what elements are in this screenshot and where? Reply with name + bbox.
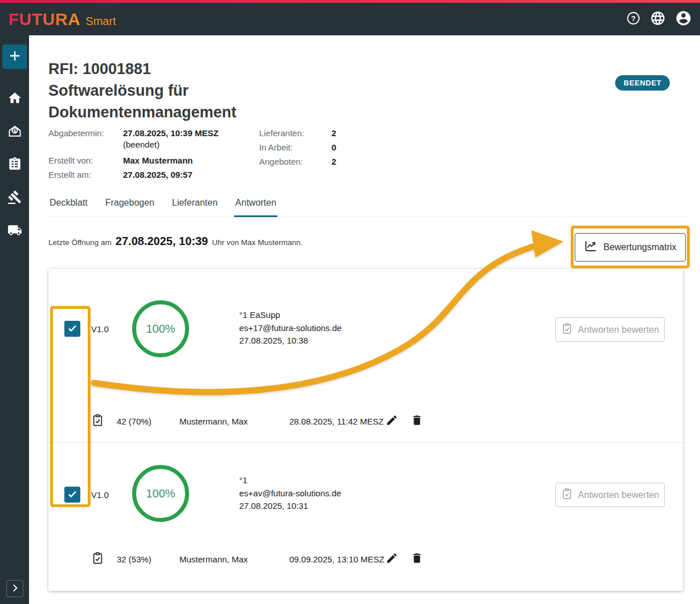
delete-rating-button[interactable] xyxy=(410,551,424,568)
meta-label: In Arbeit: xyxy=(259,142,331,152)
svg-text:?: ? xyxy=(631,14,636,23)
tab-fragebogen[interactable]: Fragebogen xyxy=(104,197,155,217)
supplier-info: °1 es+av@futura-solutions.de 27.08.2025,… xyxy=(239,474,341,513)
row-divider xyxy=(48,442,683,443)
edit-rating-button[interactable] xyxy=(384,551,399,568)
supplier-name: °1 EaSupp xyxy=(239,309,342,322)
antworten-bewerten-label: Antworten bewerten xyxy=(578,325,659,335)
clipboard-list-icon xyxy=(7,157,22,173)
globe-icon xyxy=(650,10,666,28)
sidebar-item-questionnaires[interactable] xyxy=(7,157,22,173)
rating-author: Mustermann, Max xyxy=(179,554,248,564)
progress-value: 100% xyxy=(146,487,175,500)
clipboard-check-icon xyxy=(561,488,573,502)
appbar-icons: ? xyxy=(625,9,693,30)
last-opened-line: Letzte Öffnung am 27.08.2025, 10:39 Uhr … xyxy=(48,235,302,248)
meta-value: Max Mustermann xyxy=(123,156,193,165)
clipboard-check-icon xyxy=(91,414,104,428)
supplier-submitted-date: 27.08.2025, 10:38 xyxy=(239,334,342,348)
trash-icon xyxy=(411,552,423,566)
supplier-name: °1 xyxy=(239,474,341,487)
brand-name: FUTURA xyxy=(9,10,80,29)
rating-date: 28.08.2025, 11:42 MESZ xyxy=(289,417,384,426)
tab-deckblatt[interactable]: Deckblatt xyxy=(48,197,89,217)
brand-suffix: Smart xyxy=(85,15,116,28)
edit-rating-button[interactable] xyxy=(384,413,399,430)
create-new-button[interactable] xyxy=(2,44,27,69)
meta-value: 27.08.2025, 10:39 MESZ (beendet) xyxy=(123,128,219,151)
bewertungsmatrix-button[interactable]: Bewertungsmatrix xyxy=(575,233,685,262)
rating-score: 32 (53%) xyxy=(117,554,152,564)
progress-value: 100% xyxy=(146,323,175,336)
pencil-icon xyxy=(386,414,398,428)
meta-label: Lieferanten: xyxy=(259,128,331,138)
delete-rating-button[interactable] xyxy=(410,413,424,430)
meta-value: 2 xyxy=(331,157,336,166)
app-root: FUTURA Smart ? xyxy=(0,0,700,604)
plus-icon xyxy=(7,48,22,65)
annotation-highlight-matrix: Bewertungsmatrix xyxy=(571,226,690,268)
brand-logo: FUTURA Smart xyxy=(9,10,116,29)
help-button[interactable]: ? xyxy=(625,10,642,28)
meta-block-right: Lieferanten: 2 In Arbeit: 0 Angeboten: 2 xyxy=(259,128,336,171)
meta-label: Abgabetermin: xyxy=(48,128,123,151)
main-content: RFI: 10001881 Softwarelösung für Dokumen… xyxy=(29,35,700,604)
last-opened-prefix: Letzte Öffnung am xyxy=(48,238,112,247)
version-label: V1.0 xyxy=(91,324,109,334)
version-label: V1.0 xyxy=(91,490,109,500)
sidebar-nav: $ xyxy=(7,91,22,239)
account-button[interactable] xyxy=(674,9,693,30)
meta-block-left: Abgabetermin: 27.08.2025, 10:39 MESZ (be… xyxy=(48,128,219,184)
progress-ring: 100% xyxy=(132,300,189,357)
clipboard-check-icon xyxy=(91,552,104,566)
clipboard-check-icon xyxy=(561,323,573,337)
page-title-line: RFI: 10001881 xyxy=(48,58,367,80)
supplier-submitted-date: 27.08.2025, 10:31 xyxy=(239,500,341,513)
sidebar-item-home[interactable] xyxy=(7,91,22,107)
rating-row: 32 (53%) Mustermann, Max 09.09.2025, 13:… xyxy=(48,551,683,567)
meta-row: Lieferanten: 2 xyxy=(259,128,336,138)
svg-text:$: $ xyxy=(13,128,16,133)
supplier-info: °1 EaSupp es+17@futura-solutions.de 27.0… xyxy=(239,309,342,348)
tab-bar: Deckblatt Fragebogen Lieferanten Antwort… xyxy=(48,197,689,217)
tab-lieferanten[interactable]: Lieferanten xyxy=(171,197,219,217)
supplier-email: es+av@futura-solutions.de xyxy=(239,487,341,500)
account-icon xyxy=(675,10,692,28)
sidebar-expand-button[interactable] xyxy=(6,580,23,597)
antworten-bewerten-button[interactable]: Antworten bewerten xyxy=(555,317,665,342)
last-opened-suffix: Uhr von Max Mustermann. xyxy=(212,238,302,247)
language-button[interactable] xyxy=(649,9,667,29)
gavel-icon xyxy=(7,190,22,206)
meta-row: Abgabetermin: 27.08.2025, 10:39 MESZ (be… xyxy=(48,128,219,151)
status-badge: BEENDET xyxy=(615,75,670,91)
meta-label: Angeboten: xyxy=(259,157,331,166)
sidebar-item-offers[interactable]: $ xyxy=(7,124,22,140)
bewertungsmatrix-label: Bewertungsmatrix xyxy=(603,242,676,252)
antworten-bewerten-button[interactable]: Antworten bewerten xyxy=(555,483,665,507)
annotation-highlight-checkboxes xyxy=(50,306,91,507)
truck-icon xyxy=(7,223,22,239)
answers-card: V1.0 100% °1 EaSupp es+17@futura-solutio… xyxy=(48,269,683,591)
meta-label: Erstellt am: xyxy=(48,170,123,179)
page-title-line: Dokumentenmanagement xyxy=(48,101,367,123)
trash-icon xyxy=(411,414,423,428)
page-title: RFI: 10001881 Softwarelösung für Dokumen… xyxy=(48,58,367,123)
help-icon: ? xyxy=(626,11,641,27)
last-opened-datetime: 27.08.2025, 10:39 xyxy=(116,235,208,248)
chevron-right-icon xyxy=(10,583,20,595)
tab-antworten[interactable]: Antworten xyxy=(234,197,277,217)
sidebar-item-auctions[interactable] xyxy=(7,190,22,206)
antworten-bewerten-label: Antworten bewerten xyxy=(578,490,659,500)
appbar: FUTURA Smart ? xyxy=(0,3,700,35)
meta-value: 27.08.2025, 09:57 xyxy=(123,170,193,179)
sidebar-item-logistics[interactable] xyxy=(7,223,22,239)
meta-row: Erstellt von: Max Mustermann xyxy=(48,156,219,165)
meta-value-main: 27.08.2025, 10:39 MESZ xyxy=(123,128,219,138)
rating-date: 09.09.2025, 13:10 MESZ xyxy=(289,554,384,564)
rating-row: 42 (70%) Mustermann, Max 28.08.2025, 11:… xyxy=(48,413,683,429)
home-icon xyxy=(7,91,22,107)
meta-value: 2 xyxy=(331,128,336,138)
chart-icon xyxy=(584,239,597,255)
meta-row: Angeboten: 2 xyxy=(259,157,336,166)
pencil-icon xyxy=(386,552,398,566)
